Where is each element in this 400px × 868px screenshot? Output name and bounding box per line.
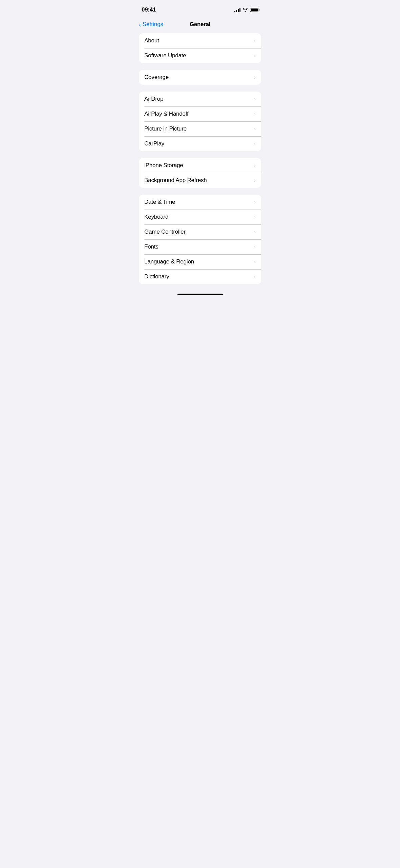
iphone-storage-row[interactable]: iPhone Storage › <box>139 158 261 173</box>
software-update-label: Software Update <box>144 52 186 59</box>
battery-fill <box>251 8 258 11</box>
language-region-label: Language & Region <box>144 258 194 265</box>
status-bar: 09:41 <box>133 0 267 18</box>
dictionary-label: Dictionary <box>144 273 169 280</box>
carplay-row[interactable]: CarPlay › <box>139 136 261 151</box>
airplay-handoff-row[interactable]: AirPlay & Handoff › <box>139 106 261 121</box>
home-bar <box>177 294 223 295</box>
picture-in-picture-chevron-icon: › <box>254 126 256 132</box>
coverage-chevron-icon: › <box>254 75 256 80</box>
airdrop-row[interactable]: AirDrop › <box>139 92 261 106</box>
software-update-row[interactable]: Software Update › <box>139 48 261 63</box>
language-region-row[interactable]: Language & Region › <box>139 254 261 269</box>
keyboard-row[interactable]: Keyboard › <box>139 210 261 224</box>
picture-in-picture-label: Picture in Picture <box>144 125 187 132</box>
picture-in-picture-row[interactable]: Picture in Picture › <box>139 121 261 136</box>
background-app-refresh-chevron-icon: › <box>254 178 256 183</box>
date-time-chevron-icon: › <box>254 199 256 205</box>
airdrop-label: AirDrop <box>144 96 163 102</box>
settings-group-4: iPhone Storage › Background App Refresh … <box>139 158 261 188</box>
page-title: General <box>190 21 210 28</box>
home-indicator <box>133 291 267 298</box>
back-label: Settings <box>143 21 163 28</box>
carplay-label: CarPlay <box>144 140 164 147</box>
fonts-label: Fonts <box>144 243 159 250</box>
airplay-handoff-label: AirPlay & Handoff <box>144 111 188 117</box>
game-controller-row[interactable]: Game Controller › <box>139 224 261 239</box>
back-chevron-icon: ‹ <box>139 21 141 28</box>
fonts-row[interactable]: Fonts › <box>139 239 261 254</box>
wifi-icon <box>243 8 248 12</box>
settings-group-2: Coverage › <box>139 70 261 85</box>
airplay-handoff-chevron-icon: › <box>254 111 256 117</box>
language-region-chevron-icon: › <box>254 259 256 264</box>
about-row[interactable]: About › <box>139 33 261 48</box>
iphone-storage-chevron-icon: › <box>254 163 256 168</box>
signal-icon <box>234 8 240 12</box>
dictionary-row[interactable]: Dictionary › <box>139 269 261 284</box>
background-app-refresh-label: Background App Refresh <box>144 177 207 184</box>
coverage-label: Coverage <box>144 74 169 81</box>
fonts-chevron-icon: › <box>254 244 256 250</box>
settings-group-1: About › Software Update › <box>139 33 261 63</box>
date-time-label: Date & Time <box>144 199 175 205</box>
settings-group-5: Date & Time › Keyboard › Game Controller… <box>139 195 261 284</box>
settings-group-3: AirDrop › AirPlay & Handoff › Picture in… <box>139 92 261 151</box>
battery-icon <box>250 8 258 12</box>
background-app-refresh-row[interactable]: Background App Refresh › <box>139 173 261 188</box>
coverage-row[interactable]: Coverage › <box>139 70 261 85</box>
game-controller-chevron-icon: › <box>254 229 256 235</box>
keyboard-chevron-icon: › <box>254 214 256 220</box>
keyboard-label: Keyboard <box>144 214 168 220</box>
game-controller-label: Game Controller <box>144 229 186 235</box>
status-icons <box>234 8 258 12</box>
carplay-chevron-icon: › <box>254 141 256 146</box>
settings-content: About › Software Update › Coverage › Air… <box>133 33 267 284</box>
iphone-storage-label: iPhone Storage <box>144 162 183 169</box>
date-time-row[interactable]: Date & Time › <box>139 195 261 210</box>
status-time: 09:41 <box>142 6 156 13</box>
about-label: About <box>144 37 159 44</box>
back-button[interactable]: ‹ Settings <box>139 21 163 28</box>
nav-header: ‹ Settings General <box>133 18 267 33</box>
dictionary-chevron-icon: › <box>254 274 256 279</box>
airdrop-chevron-icon: › <box>254 96 256 102</box>
about-chevron-icon: › <box>254 38 256 43</box>
software-update-chevron-icon: › <box>254 53 256 58</box>
